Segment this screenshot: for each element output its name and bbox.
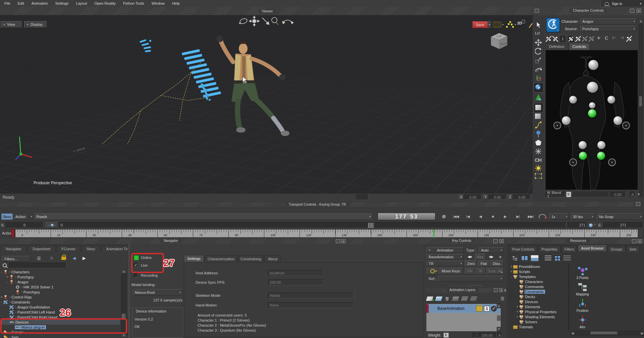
stick-figure-icon[interactable]: ⟟: [559, 35, 566, 43]
resources-tree-item[interactable]: + Scripts: [510, 269, 568, 274]
chest-effector[interactable]: [587, 82, 598, 93]
head-effector[interactable]: [588, 60, 598, 70]
resources-collapse-arrow[interactable]: ◀: [503, 287, 507, 293]
fk-button[interactable]: FK: [465, 268, 475, 274]
resources-tree-item[interactable]: - Templates: [510, 274, 568, 279]
viewport-3d[interactable]: x: -200.00: [0, 15, 533, 193]
resources-tab[interactable]: Groups: [608, 246, 625, 252]
menu-item[interactable]: Open Reality: [91, 0, 119, 7]
ik-button[interactable]: IK: [476, 268, 486, 274]
menu-item[interactable]: Animation: [28, 0, 52, 7]
favorite-star-icon[interactable]: ☆: [50, 256, 54, 261]
ik-blend-slider[interactable]: [573, 192, 609, 197]
navigator-tab[interactable]: Dopesheet: [28, 245, 55, 252]
goto-end-button[interactable]: ▶▶|: [526, 214, 535, 219]
camera-tool-icon[interactable]: [534, 156, 542, 163]
prev-frame-button[interactable]: ◀: [477, 214, 484, 219]
transport-float-icon[interactable]: [636, 202, 640, 206]
save-button[interactable]: Save: [472, 21, 488, 28]
layer-row-baseanimation[interactable]: BaseAnimation 1: [426, 304, 500, 313]
key-type-select[interactable]: Auto: [479, 247, 504, 253]
display-menu-button[interactable]: ▼ Display: [24, 21, 47, 28]
record-button[interactable]: [440, 214, 447, 219]
move-keys-button[interactable]: Move Keys: [439, 268, 463, 274]
sign-in-chevron-icon[interactable]: ▼: [639, 2, 642, 5]
navigator-tree-item[interactable]: - Aragor: [0, 279, 120, 284]
zoom-scrubber-handle[interactable]: [368, 223, 374, 228]
translate-tool-icon[interactable]: [535, 39, 542, 46]
navigator-close-icon[interactable]: ×: [341, 239, 345, 243]
skeleton-figure-icon[interactable]: [567, 35, 574, 43]
resources-tab[interactable]: Asset Browser: [578, 245, 607, 251]
resources-tab[interactable]: Pose Controls: [509, 246, 537, 252]
navigator-tree-item[interactable]: Sets: [0, 335, 120, 338]
pan-icon[interactable]: [249, 16, 259, 26]
spline-tool-icon[interactable]: [535, 121, 542, 129]
coord-x-button[interactable]: X: [459, 195, 464, 200]
detail-view-icon[interactable]: [564, 256, 571, 261]
key-controls-close-icon[interactable]: ×: [499, 239, 504, 243]
char-scrollbar[interactable]: [639, 24, 643, 197]
next-key-arrow-button[interactable]: ●▶: [486, 254, 496, 260]
right-wrist-effector[interactable]: [613, 116, 622, 125]
figure-icon-1[interactable]: [575, 36, 581, 42]
layers-scroll-up[interactable]: ▲: [497, 304, 501, 308]
clip-name-field[interactable]: Punch: [35, 213, 372, 220]
split-view-icon[interactable]: [520, 255, 529, 262]
local-space-toggle[interactable]: Lcl: [535, 31, 540, 35]
merge-layers-icon[interactable]: [452, 296, 459, 301]
duplicate-empty-layer-icon[interactable]: [470, 296, 477, 301]
keying-group-select[interactable]: TR: [427, 261, 464, 266]
char-scroll-up[interactable]: ▲: [639, 19, 643, 23]
delete-layer-icon[interactable]: [445, 296, 449, 301]
nav-back-icon[interactable]: ◀: [72, 256, 76, 261]
resources-tree-item[interactable]: Commands: [510, 284, 568, 289]
bone-icon[interactable]: [546, 36, 551, 42]
range-end-inline-field[interactable]: 271: [568, 222, 587, 228]
asset-item[interactable]: Multi Refere...: [570, 329, 595, 330]
start-frame-field[interactable]: 0: [6, 222, 43, 228]
resources-tree-item[interactable]: + PrevisMoves: [510, 264, 568, 269]
device-tab-characterization[interactable]: Characterization: [205, 255, 237, 262]
menu-item[interactable]: Edit: [14, 0, 28, 7]
marquee-select-icon[interactable]: [535, 173, 542, 179]
pin-right-icon[interactable]: ⊣: [619, 36, 625, 42]
timeline-ruler[interactable]: 0153045607590105120135150165180195210225…: [15, 229, 638, 238]
nav-forward-icon[interactable]: ▶: [83, 256, 86, 261]
weight-value-field[interactable]: 100.00: [478, 333, 496, 338]
asset-item[interactable]: Position: [570, 296, 595, 313]
navigator-tab[interactable]: FCurves: [56, 245, 80, 252]
layers-stack-icon[interactable]: [435, 296, 442, 301]
search-input[interactable]: [9, 263, 66, 268]
story-tab[interactable]: Story: [1, 213, 13, 220]
sync-all-button[interactable]: Sync. All▼: [486, 268, 504, 274]
weight-a-button[interactable]: A: [497, 333, 502, 338]
zero-button[interactable]: Zero: [465, 260, 477, 267]
pin-left-icon[interactable]: ⊢: [611, 36, 618, 42]
key-controls-float-icon[interactable]: [493, 239, 498, 243]
action-tab[interactable]: Action: [13, 213, 28, 220]
range-knob[interactable]: [589, 223, 593, 227]
navigator-tree-item[interactable]: HIK 2016 Solver 1: [0, 284, 120, 289]
fps-select[interactable]: 30 fps: [571, 213, 595, 220]
navigator-float-icon[interactable]: [336, 239, 340, 243]
menu-item[interactable]: Settings: [52, 0, 72, 7]
pin-translate-icon[interactable]: ✛: [595, 36, 602, 42]
menu-item[interactable]: File: [1, 0, 14, 7]
orientation-cube[interactable]: TOP FRONT: [488, 31, 511, 51]
coord-z-button[interactable]: Z: [508, 195, 513, 200]
list-options-icon[interactable]: ☰: [37, 256, 41, 261]
resources-tab[interactable]: Sets: [627, 246, 640, 252]
asset-item[interactable]: Aim: [570, 313, 595, 329]
key-button[interactable]: Key: [475, 254, 486, 260]
resources-tree-item[interactable]: + Shading Elements: [510, 314, 568, 319]
draw-tool-icon[interactable]: [528, 20, 533, 29]
left-knee-effector[interactable]: [579, 141, 587, 149]
menu-item[interactable]: Python Tools: [119, 0, 148, 7]
figure-icon-3[interactable]: [589, 36, 594, 42]
coord-x-field[interactable]: 0.00: [464, 195, 482, 200]
navigator-tree-item[interactable]: - Characters: [0, 269, 120, 274]
list-view-icon[interactable]: [545, 256, 551, 261]
resources-tree-item[interactable]: Solvers: [510, 319, 568, 324]
coord-y-button[interactable]: Y: [483, 195, 488, 200]
